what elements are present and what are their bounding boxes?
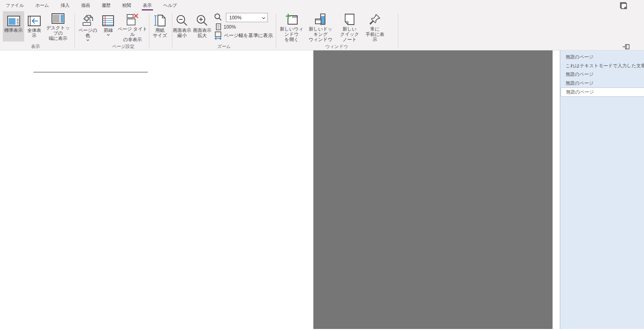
button-label: ページ タイトル の非表示 (117, 27, 148, 42)
tab-label: 挿入 (61, 2, 70, 8)
tab-history[interactable]: 履歴 (102, 0, 111, 11)
new-quick-note-icon (344, 12, 355, 25)
full-page-view-icon (28, 12, 41, 27)
new-window-button[interactable]: 新しいウィンドウ を開く (277, 11, 306, 42)
page-color-icon (82, 12, 94, 27)
paper-size-button[interactable]: 用紙 サイズ (150, 11, 170, 42)
button-label: 画面表示 縮小 (173, 28, 191, 38)
group-label-views: 表示 (31, 44, 40, 50)
dock-to-desktop-button[interactable]: デスクトップの 端に表示 (44, 11, 72, 42)
page-lines-icon (216, 23, 221, 30)
chevron-down-icon[interactable] (262, 17, 265, 19)
page-list-item[interactable]: 無題のページ (560, 79, 644, 88)
rule-lines-icon (102, 12, 114, 27)
group-separator (149, 13, 149, 48)
zoom-out-icon (176, 12, 188, 27)
tab-label: ホーム (35, 2, 49, 8)
button-label: 全体表示 (25, 28, 43, 38)
hide-page-title-button[interactable]: ページ タイトル の非表示 (117, 11, 148, 42)
group-separator (398, 13, 398, 48)
button-label: ページ幅を基準に表示 (224, 32, 273, 39)
tab-insert[interactable]: 挿入 (61, 0, 70, 11)
pin-icon (369, 12, 381, 25)
tab-label: 表示 (143, 2, 152, 8)
ribbon-view-tab: 表示 ページ設定 ズーム ウィンドウ 標準表示 (0, 11, 644, 50)
button-label: 新しい クイック ノート (338, 27, 361, 42)
group-label-window: ウィンドウ (325, 44, 348, 50)
page-list-item[interactable]: これはテキストモードで入力した文章で (560, 62, 644, 71)
tab-help[interactable]: ヘルプ (164, 0, 177, 11)
button-label: 常に 手前に表示 (364, 27, 386, 42)
button-label: 用紙 サイズ (153, 28, 167, 38)
zoom-out-button[interactable]: 画面表示 縮小 (172, 11, 192, 42)
button-label: 新しいウィンドウ を開く (277, 27, 306, 42)
zoom-level-combobox[interactable] (226, 13, 268, 22)
tab-label: 履歴 (102, 2, 111, 8)
zoom-level-input[interactable] (228, 15, 260, 21)
vertical-scrollbar-track[interactable] (553, 50, 560, 329)
group-separator (75, 13, 75, 48)
new-docked-window-icon (315, 12, 327, 25)
chevron-down-icon (86, 39, 89, 41)
search-icon (214, 13, 222, 21)
menu-tabs: ファイル ホーム 挿入 描画 履歴 校閲 表示 ヘルプ (0, 0, 644, 11)
window-copy-icon[interactable] (619, 2, 627, 10)
tab-home[interactable]: ホーム (35, 0, 49, 11)
paper-size-icon (154, 12, 166, 27)
button-label: ページの色 (76, 28, 99, 38)
page-width-zoom-button[interactable]: ページ幅を基準に表示 (214, 31, 273, 40)
new-docked-window-button[interactable]: 新しいドッキング ウィンドウ (306, 11, 335, 42)
tab-label: 校閲 (122, 2, 131, 8)
page-color-button[interactable]: ページの色 (76, 11, 100, 42)
page-list: 無題のページ これはテキストモードで入力した文章で 無題のページ 無題のページ … (560, 50, 644, 97)
tab-label: ヘルプ (164, 2, 177, 8)
button-label: 画面表示 拡大 (193, 28, 211, 38)
chevron-down-icon (107, 34, 110, 36)
active-tab-underline (142, 9, 153, 10)
dock-to-desktop-icon (52, 12, 64, 24)
page-list-item[interactable]: 無題のページ (560, 53, 644, 62)
zoom-in-icon (196, 12, 208, 27)
tab-draw[interactable]: 描画 (81, 0, 90, 11)
onenote-window: ファイル ホーム 挿入 描画 履歴 校閲 表示 ヘルプ 表示 ページ設定 ズーム (0, 0, 644, 331)
button-label: デスクトップの 端に表示 (45, 25, 71, 41)
page-title-underline (33, 72, 148, 73)
full-page-view-button[interactable]: 全体表示 (25, 11, 43, 42)
page-list-panel: 無題のページ これはテキストモードで入力した文章で 無題のページ 無題のページ … (560, 50, 644, 329)
new-window-icon (285, 12, 298, 25)
button-label: 罫線 (104, 28, 113, 33)
ribbon-tab-bar: ファイル ホーム 挿入 描画 履歴 校閲 表示 ヘルプ (0, 0, 644, 11)
group-separator (276, 13, 276, 48)
tab-label: ファイル (6, 2, 24, 8)
group-label-page-setup: ページ設定 (112, 44, 135, 50)
zoom-in-button[interactable]: 画面表示 拡大 (193, 11, 212, 42)
group-label-zoom: ズーム (217, 44, 231, 50)
page-list-item-selected[interactable]: 無題のページ (561, 87, 644, 97)
button-label: 標準表示 (4, 28, 23, 33)
tab-label: 描画 (81, 2, 90, 8)
hide-page-title-icon (126, 12, 139, 25)
normal-view-icon (7, 12, 20, 27)
always-on-top-button[interactable]: 常に 手前に表示 (363, 11, 387, 42)
tab-file[interactable]: ファイル (6, 0, 24, 11)
page-width-icon (214, 31, 222, 40)
normal-view-button[interactable]: 標準表示 (3, 11, 24, 42)
zoom-100-button[interactable]: 100% (216, 23, 236, 30)
page-list-item[interactable]: 無題のページ (560, 70, 644, 79)
page-editing-canvas[interactable] (0, 50, 313, 329)
tab-view[interactable]: 表示 (143, 0, 152, 11)
rule-lines-button[interactable]: 罫線 (101, 11, 116, 42)
button-label: 100% (224, 24, 236, 30)
empty-canvas-region (313, 50, 553, 329)
new-quick-note-button[interactable]: 新しい クイック ノート (338, 11, 362, 42)
ribbon-pin-icon[interactable] (623, 44, 630, 50)
tab-review[interactable]: 校閲 (122, 0, 131, 11)
button-label: 新しいドッキング ウィンドウ (306, 27, 335, 42)
